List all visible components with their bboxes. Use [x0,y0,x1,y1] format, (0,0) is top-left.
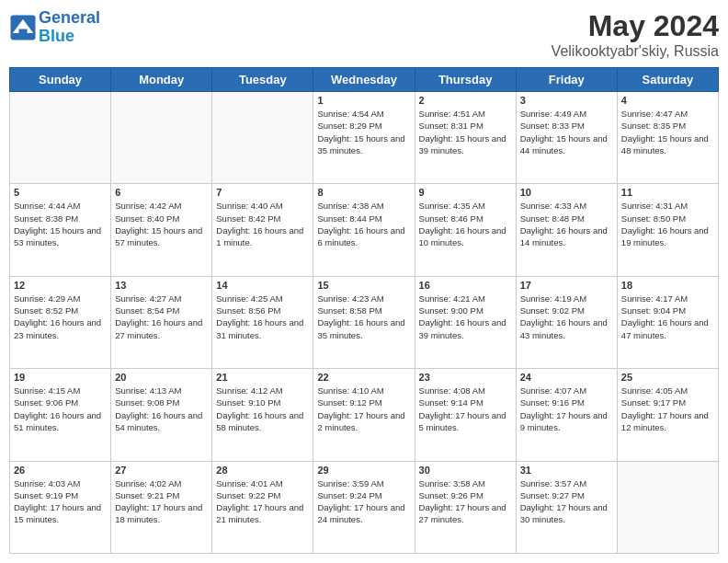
day-info: Sunrise: 4:40 AMSunset: 8:42 PMDaylight:… [216,200,309,248]
calendar-cell: 15Sunrise: 4:23 AMSunset: 8:58 PMDayligh… [313,276,415,368]
day-info: Sunrise: 4:07 AMSunset: 9:16 PMDaylight:… [520,385,613,433]
main-title: May 2024 [552,9,719,43]
calendar-cell: 1Sunrise: 4:54 AMSunset: 8:29 PMDaylight… [313,92,415,184]
calendar-cell: 30Sunrise: 3:58 AMSunset: 9:26 PMDayligh… [415,461,516,553]
title-block: May 2024 Velikooktyabr'skiy, Russia [552,9,719,60]
day-info: Sunrise: 4:01 AMSunset: 9:22 PMDaylight:… [216,477,309,526]
day-info: Sunrise: 4:49 AMSunset: 8:33 PMDaylight:… [520,108,613,156]
day-number: 1 [317,95,410,106]
day-info: Sunrise: 4:33 AMSunset: 8:48 PMDaylight:… [520,200,613,248]
calendar-cell: 9Sunrise: 4:35 AMSunset: 8:46 PMDaylight… [415,184,516,276]
calendar-cell [10,92,111,184]
day-number: 16 [419,280,512,291]
day-info: Sunrise: 4:12 AMSunset: 9:10 PMDaylight:… [216,385,309,433]
day-number: 3 [520,95,613,106]
calendar-cell: 2Sunrise: 4:51 AMSunset: 8:31 PMDaylight… [415,92,516,184]
day-number: 25 [621,372,714,383]
calendar-cell: 16Sunrise: 4:21 AMSunset: 9:00 PMDayligh… [415,276,516,368]
day-number: 14 [216,280,309,291]
col-header-friday: Friday [516,68,617,92]
day-number: 18 [621,280,714,291]
day-number: 19 [14,372,107,383]
day-number: 24 [520,372,613,383]
day-info: Sunrise: 4:42 AMSunset: 8:40 PMDaylight:… [115,200,208,248]
day-number: 26 [14,465,107,476]
day-number: 20 [115,372,208,383]
calendar-cell: 11Sunrise: 4:31 AMSunset: 8:50 PMDayligh… [617,184,718,276]
calendar-cell: 26Sunrise: 4:03 AMSunset: 9:19 PMDayligh… [10,461,111,553]
day-number: 21 [216,372,309,383]
calendar-cell: 27Sunrise: 4:02 AMSunset: 9:21 PMDayligh… [111,461,212,553]
day-info: Sunrise: 4:31 AMSunset: 8:50 PMDaylight:… [621,200,714,248]
col-header-tuesday: Tuesday [212,68,313,92]
day-number: 23 [419,372,512,383]
calendar-cell: 6Sunrise: 4:42 AMSunset: 8:40 PMDaylight… [111,184,212,276]
day-info: Sunrise: 4:15 AMSunset: 9:06 PMDaylight:… [14,385,107,433]
calendar-cell: 14Sunrise: 4:25 AMSunset: 8:56 PMDayligh… [212,276,313,368]
day-number: 5 [14,187,107,198]
calendar-cell: 20Sunrise: 4:13 AMSunset: 9:08 PMDayligh… [111,369,212,461]
calendar-cell: 18Sunrise: 4:17 AMSunset: 9:04 PMDayligh… [617,276,718,368]
calendar-cell [212,92,313,184]
calendar-cell: 7Sunrise: 4:40 AMSunset: 8:42 PMDaylight… [212,184,313,276]
day-info: Sunrise: 4:29 AMSunset: 8:52 PMDaylight:… [14,293,107,341]
day-number: 8 [317,187,410,198]
day-info: Sunrise: 4:51 AMSunset: 8:31 PMDaylight:… [419,108,512,156]
calendar-cell: 13Sunrise: 4:27 AMSunset: 8:54 PMDayligh… [111,276,212,368]
day-info: Sunrise: 4:35 AMSunset: 8:46 PMDaylight:… [419,200,512,248]
day-info: Sunrise: 4:47 AMSunset: 8:35 PMDaylight:… [621,108,714,156]
col-header-saturday: Saturday [617,68,718,92]
day-number: 17 [520,280,613,291]
calendar-cell: 4Sunrise: 4:47 AMSunset: 8:35 PMDaylight… [617,92,718,184]
day-info: Sunrise: 3:57 AMSunset: 9:27 PMDaylight:… [520,477,613,526]
day-info: Sunrise: 4:23 AMSunset: 8:58 PMDaylight:… [317,293,410,341]
day-info: Sunrise: 3:58 AMSunset: 9:26 PMDaylight:… [419,477,512,526]
day-number: 27 [115,465,208,476]
day-info: Sunrise: 4:27 AMSunset: 8:54 PMDaylight:… [115,293,208,341]
calendar-cell: 31Sunrise: 3:57 AMSunset: 9:27 PMDayligh… [516,461,617,553]
calendar-cell: 5Sunrise: 4:44 AMSunset: 8:38 PMDaylight… [10,184,111,276]
day-info: Sunrise: 4:25 AMSunset: 8:56 PMDaylight:… [216,293,309,341]
day-number: 31 [520,465,613,476]
logo-line1: General [39,8,100,27]
col-header-sunday: Sunday [10,68,111,92]
day-info: Sunrise: 4:02 AMSunset: 9:21 PMDaylight:… [115,477,208,526]
day-number: 11 [621,187,714,198]
calendar-table: SundayMondayTuesdayWednesdayThursdayFrid… [9,67,719,554]
day-number: 6 [115,187,208,198]
day-number: 9 [419,187,512,198]
day-info: Sunrise: 4:54 AMSunset: 8:29 PMDaylight:… [317,108,410,156]
day-info: Sunrise: 3:59 AMSunset: 9:24 PMDaylight:… [317,477,410,526]
day-number: 15 [317,280,410,291]
day-info: Sunrise: 4:44 AMSunset: 8:38 PMDaylight:… [14,200,107,248]
logo-line2: Blue [39,27,74,45]
day-info: Sunrise: 4:08 AMSunset: 9:14 PMDaylight:… [419,385,512,433]
day-info: Sunrise: 4:38 AMSunset: 8:44 PMDaylight:… [317,200,410,248]
day-number: 30 [419,465,512,476]
col-header-wednesday: Wednesday [313,68,415,92]
day-number: 4 [621,95,714,106]
day-number: 29 [317,465,410,476]
calendar-cell: 21Sunrise: 4:12 AMSunset: 9:10 PMDayligh… [212,369,313,461]
calendar-cell: 17Sunrise: 4:19 AMSunset: 9:02 PMDayligh… [516,276,617,368]
calendar-cell: 10Sunrise: 4:33 AMSunset: 8:48 PMDayligh… [516,184,617,276]
day-number: 12 [14,280,107,291]
day-info: Sunrise: 4:10 AMSunset: 9:12 PMDaylight:… [317,385,410,433]
calendar-cell: 12Sunrise: 4:29 AMSunset: 8:52 PMDayligh… [10,276,111,368]
logo-icon [9,14,37,41]
day-number: 10 [520,187,613,198]
calendar-cell: 29Sunrise: 3:59 AMSunset: 9:24 PMDayligh… [313,461,415,553]
calendar-cell: 3Sunrise: 4:49 AMSunset: 8:33 PMDaylight… [516,92,617,184]
day-number: 2 [419,95,512,106]
day-info: Sunrise: 4:13 AMSunset: 9:08 PMDaylight:… [115,385,208,433]
day-info: Sunrise: 4:05 AMSunset: 9:17 PMDaylight:… [621,385,714,433]
calendar-cell [617,461,718,553]
calendar-cell: 19Sunrise: 4:15 AMSunset: 9:06 PMDayligh… [10,369,111,461]
sub-title: Velikooktyabr'skiy, Russia [552,43,719,60]
col-header-monday: Monday [111,68,212,92]
day-info: Sunrise: 4:03 AMSunset: 9:19 PMDaylight:… [14,477,107,526]
day-number: 22 [317,372,410,383]
calendar-cell: 22Sunrise: 4:10 AMSunset: 9:12 PMDayligh… [313,369,415,461]
calendar-cell: 8Sunrise: 4:38 AMSunset: 8:44 PMDaylight… [313,184,415,276]
logo: General Blue [9,9,100,46]
